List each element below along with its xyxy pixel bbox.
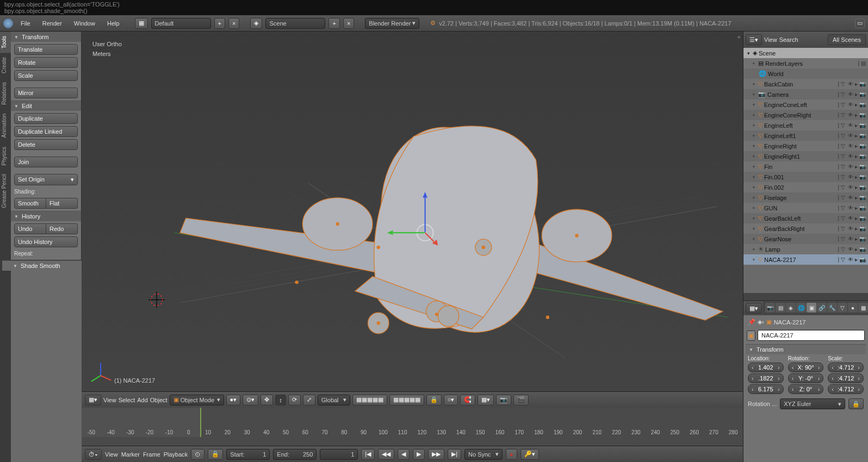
loc-x[interactable]: ‹1.402›	[748, 363, 784, 372]
outliner-scene[interactable]: Scene	[759, 50, 866, 57]
outliner-world[interactable]: World	[768, 71, 866, 77]
duplicate-linked-button[interactable]: Duplicate Linked	[14, 126, 78, 137]
transform-panel[interactable]: Transform	[11, 32, 81, 42]
opengl-anim-icon[interactable]: 🎬	[513, 395, 529, 405]
props-transform-panel[interactable]: Transform	[746, 344, 866, 354]
menu-window[interactable]: Window	[70, 18, 100, 29]
screen-layout[interactable]: Default	[151, 18, 211, 29]
outliner-item[interactable]: +▽Fiselage| ▽ 👁 ▸ 📷	[743, 192, 868, 203]
outliner-scrollbar[interactable]	[743, 293, 868, 301]
scale-y[interactable]: ‹:4.712›	[828, 373, 864, 383]
undo-history-button[interactable]: Undo History	[14, 236, 78, 247]
join-button[interactable]: Join	[14, 157, 78, 167]
out-menu-search[interactable]: Search	[779, 36, 798, 43]
vp-menu-view[interactable]: View	[103, 397, 116, 403]
shading-mode[interactable]: ●▾	[226, 395, 241, 405]
delete-button[interactable]: Delete	[14, 139, 78, 150]
shade-flat-button[interactable]: Flat	[46, 198, 78, 209]
tab-create[interactable]: Create	[0, 53, 11, 78]
outliner-item[interactable]: +▽EngineRight| ▽ 👁 ▸ 📷	[743, 141, 868, 151]
jump-end-icon[interactable]: ▶|	[448, 449, 461, 460]
outliner-item[interactable]: +▽GearNose| ▽ 👁 ▸ 📷	[743, 234, 868, 244]
scale-button[interactable]: Scale	[14, 70, 78, 81]
jump-start-icon[interactable]: |◀	[361, 449, 375, 460]
outliner-item[interactable]: +▽Fin.002| ▽ 👁 ▸ 📷	[743, 182, 868, 192]
tab-animation[interactable]: Animation	[0, 109, 11, 142]
tab-world-icon[interactable]: 🌐	[796, 303, 806, 313]
blender-logo-icon[interactable]	[3, 18, 13, 28]
tab-modifiers-icon[interactable]: 🔧	[827, 303, 837, 313]
shade-smooth-button[interactable]: Smooth	[14, 198, 46, 209]
tab-data-icon[interactable]: ▽	[838, 303, 847, 313]
proportional-icon[interactable]: ○▾	[444, 395, 458, 405]
scale-x[interactable]: ‹:4.712›	[828, 363, 864, 372]
tab-constraints-icon[interactable]: 🔗	[817, 303, 827, 313]
tab-relations[interactable]: Relations	[0, 78, 11, 109]
scene-icon[interactable]: ◈	[250, 18, 262, 29]
outliner-renderlayers[interactable]: RenderLayers	[765, 60, 857, 67]
layers-right[interactable]: ▦▦▦▦▦	[389, 395, 424, 405]
opengl-render-icon[interactable]: 📷	[496, 395, 511, 405]
snap-icon[interactable]: 🧲	[460, 395, 475, 405]
menu-file[interactable]: File	[16, 18, 35, 29]
menu-render[interactable]: Render	[38, 18, 66, 29]
menu-help[interactable]: Help	[103, 18, 124, 29]
rot-y[interactable]: ‹Y: -0°›	[788, 373, 824, 383]
sync-mode[interactable]: No Sync▾	[464, 449, 503, 460]
tab-scene-icon[interactable]: ◈	[786, 303, 796, 313]
outliner-item[interactable]: +▽Fin.001| ▽ 👁 ▸ 📷	[743, 172, 868, 182]
outliner-item[interactable]: +▽GearBackLeft| ▽ 👁 ▸ 📷	[743, 213, 868, 223]
rotation-mode[interactable]: XYZ Euler▾	[780, 398, 845, 409]
outliner-item[interactable]: +📷Camera| ▽ 👁 ▸ 📷	[743, 89, 868, 99]
remove-scene-button[interactable]: ×	[343, 18, 354, 29]
datablock-icon[interactable]: ▣	[747, 330, 755, 341]
tab-texture-icon[interactable]: ▦	[858, 303, 868, 313]
play-icon[interactable]: ▶	[413, 449, 425, 460]
tab-object-icon[interactable]: ▣	[807, 303, 816, 313]
operator-panel[interactable]: Shade Smooth	[11, 260, 82, 271]
manipulator-icon[interactable]: ✥	[261, 395, 273, 405]
outliner-item[interactable]: +▽BackCabin| ▽ 👁 ▸ 📷	[743, 79, 868, 89]
timeline[interactable]: -50-40-30-20-100102030405060708090100110…	[82, 408, 743, 446]
object-name-input[interactable]	[758, 330, 865, 341]
tl-menu-marker[interactable]: Marker	[121, 451, 140, 458]
keyframe-prev-icon[interactable]: ◀◀	[378, 449, 394, 460]
undo-button[interactable]: Undo	[14, 223, 46, 234]
tab-render-icon[interactable]: 📷	[765, 303, 775, 313]
keyingset-icon[interactable]: 🔑▾	[520, 449, 539, 460]
manipulator-s-icon[interactable]: ⤢	[303, 395, 315, 405]
outliner-item[interactable]: +▽EngineConeRight| ▽ 👁 ▸ 📷	[743, 110, 868, 120]
outliner-item[interactable]: +▽NACA-2217| ▽ 👁 ▸ 📷	[743, 254, 868, 265]
range-lock-icon[interactable]: 🔒	[208, 449, 223, 460]
current-frame[interactable]: 1	[320, 449, 358, 460]
edit-panel[interactable]: Edit	[11, 101, 81, 111]
expand-icon[interactable]: +	[737, 34, 741, 40]
render-engine[interactable]: Blender Render▾	[365, 18, 419, 29]
rot-z[interactable]: ‹Z: 0°›	[788, 384, 824, 394]
layers-left[interactable]: ▦▦▦▦▦	[352, 395, 387, 405]
tl-menu-playback[interactable]: Playback	[164, 451, 188, 458]
screen-layout-icon[interactable]: ▦	[135, 18, 148, 29]
pin-icon[interactable]: 📌	[748, 319, 755, 326]
loc-y[interactable]: ‹.1822›	[748, 373, 784, 383]
outliner-item[interactable]: +▽EngineRight1| ▽ 👁 ▸ 📷	[743, 151, 868, 161]
play-reverse-icon[interactable]: ◀	[398, 449, 410, 460]
redo-button[interactable]: Redo	[46, 223, 78, 234]
vp-menu-select[interactable]: Select	[119, 397, 135, 403]
timeline-editor-icon[interactable]: ⏱▾	[85, 449, 102, 460]
tl-menu-view[interactable]: View	[105, 451, 118, 458]
outliner-item[interactable]: +▽EngineLeft| ▽ 👁 ▸ 📷	[743, 120, 868, 130]
start-frame[interactable]: Start:1	[226, 449, 270, 460]
autokey-icon[interactable]: ●	[506, 449, 517, 460]
vp-menu-add[interactable]: Add	[137, 397, 148, 403]
out-menu-view[interactable]: View	[764, 36, 777, 43]
scene-select[interactable]: Scene	[265, 18, 325, 29]
outliner-item[interactable]: +☀Lamp| ▽ 👁 ▸ 📷	[743, 244, 868, 254]
remove-layout-button[interactable]: ×	[228, 18, 239, 29]
loc-z[interactable]: ‹6.175›	[748, 384, 784, 394]
rotate-button[interactable]: Rotate	[14, 57, 78, 68]
tab-greasepencil[interactable]: Grease Pencil	[0, 170, 11, 213]
outliner-editor-icon[interactable]: ☰▾	[746, 34, 762, 45]
add-layout-button[interactable]: +	[214, 18, 225, 29]
vp-menu-object[interactable]: Object	[150, 397, 168, 403]
